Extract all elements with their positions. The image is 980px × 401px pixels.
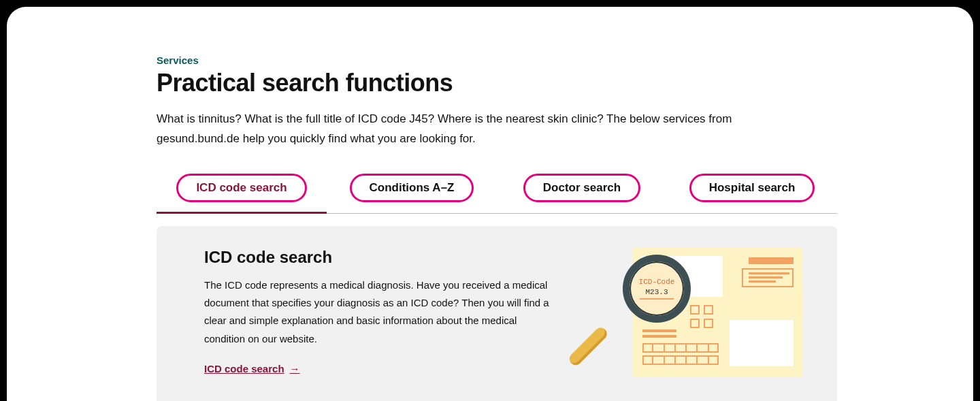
magnifier-label-2: M23.3 (645, 287, 668, 297)
intro-text: What is tinnitus? What is the full title… (157, 110, 783, 149)
magnifier-icon: ICD-Code M23.3 (592, 255, 698, 370)
tabs: ICD code search Conditions A–Z Doctor se… (157, 165, 837, 214)
arrow-right-icon: → (290, 363, 300, 374)
eyebrow: Services (157, 54, 837, 66)
tab-label: Doctor search (523, 174, 640, 202)
tab-hospital-search[interactable]: Hospital search (667, 165, 837, 213)
tab-icd-code-search[interactable]: ICD code search (157, 165, 327, 213)
panel-text: ICD code search The ICD code represents … (204, 248, 558, 375)
link-label: ICD code search (204, 363, 284, 374)
tab-label: Hospital search (689, 174, 815, 202)
panel-body: The ICD code represents a medical diagno… (204, 276, 558, 348)
icd-code-search-link[interactable]: ICD code search → (204, 363, 300, 374)
tab-panel: ICD code search The ICD code represents … (157, 226, 837, 401)
page-title: Practical search functions (157, 69, 837, 97)
services-card: Services Practical search functions What… (7, 7, 973, 401)
tab-label: ICD code search (176, 174, 306, 202)
illustration: ICD-Code M23.3 (585, 248, 810, 384)
tab-label: Conditions A–Z (350, 174, 474, 202)
tab-conditions-az[interactable]: Conditions A–Z (327, 165, 497, 213)
panel-title: ICD code search (204, 248, 558, 267)
magnifier-label-1: ICD-Code (639, 277, 675, 287)
tab-doctor-search[interactable]: Doctor search (497, 165, 667, 213)
